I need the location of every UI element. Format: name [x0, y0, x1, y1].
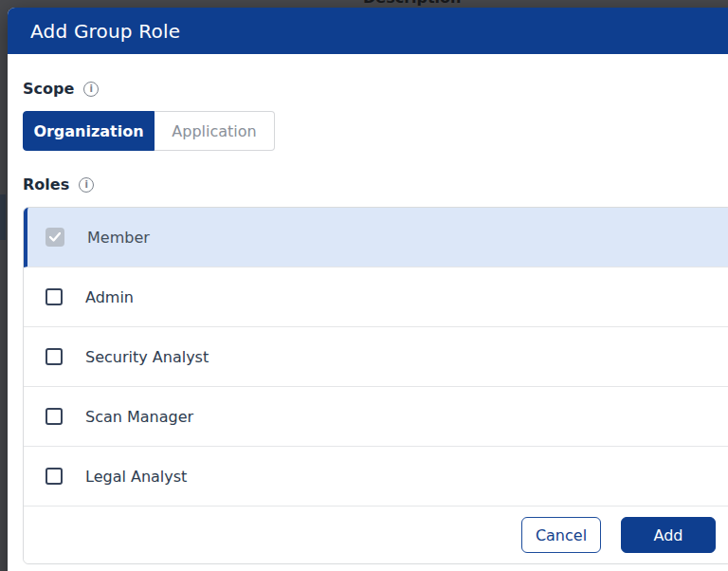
role-row-scan-manager[interactable]: Scan Manager	[24, 387, 728, 447]
scope-option-organization[interactable]: Organization	[23, 111, 155, 151]
scan-manager-checkbox[interactable]	[46, 408, 63, 425]
dialog-header: Add Group Role	[8, 8, 728, 54]
role-label: Member	[87, 229, 150, 247]
add-button[interactable]: Add	[621, 517, 716, 553]
scope-label-row: Scope	[23, 80, 728, 98]
check-icon	[49, 232, 61, 242]
roles-label: Roles	[23, 175, 69, 193]
roles-list: Member Admin Security Analyst Scan Manag…	[23, 207, 728, 564]
info-icon[interactable]	[83, 82, 99, 97]
roles-label-row: Roles	[23, 175, 728, 193]
legal-analyst-checkbox[interactable]	[46, 468, 63, 485]
role-row-legal-analyst[interactable]: Legal Analyst	[24, 447, 728, 507]
role-label: Scan Manager	[85, 408, 193, 426]
role-row-security-analyst[interactable]: Security Analyst	[24, 327, 728, 387]
background-clipped-description-label: Description	[363, 0, 461, 7]
scope-toggle: Organization Application	[23, 111, 728, 151]
background-fragment	[0, 194, 6, 240]
scope-label: Scope	[23, 80, 74, 98]
add-group-role-dialog: Add Group Role Scope Organization Applic…	[8, 8, 728, 571]
dialog-body: Scope Organization Application Roles Mem…	[8, 80, 728, 564]
role-label: Admin	[85, 288, 134, 306]
role-row-member: Member	[24, 208, 728, 267]
info-icon[interactable]	[79, 177, 94, 193]
security-analyst-checkbox[interactable]	[46, 348, 63, 365]
role-row-admin[interactable]: Admin	[24, 267, 728, 327]
dialog-title: Add Group Role	[30, 20, 180, 43]
scope-option-application[interactable]: Application	[155, 111, 275, 151]
member-checkbox-disabled	[46, 228, 64, 247]
dialog-footer: Cancel Add	[24, 507, 728, 563]
cancel-button[interactable]: Cancel	[521, 517, 601, 553]
role-label: Security Analyst	[85, 348, 209, 366]
admin-checkbox[interactable]	[46, 288, 63, 305]
role-label: Legal Analyst	[85, 468, 187, 486]
